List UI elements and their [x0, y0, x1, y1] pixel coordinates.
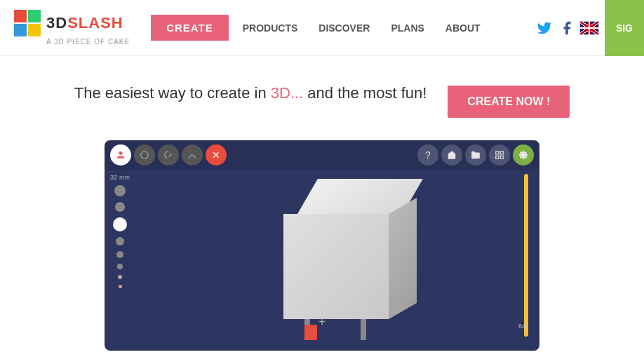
logo-icon[interactable]: 3DSLASH [14, 10, 130, 36]
app-toolbar-top: ✕ [105, 140, 539, 170]
vertical-slider[interactable] [524, 174, 528, 337]
cube-front-face [283, 214, 389, 319]
logo-text: 3DSLASH [46, 14, 123, 32]
size-panel: 32 mm [110, 174, 130, 290]
create-now-button[interactable]: CREATE NOW ! [448, 86, 570, 118]
svg-point-0 [119, 151, 122, 155]
logo-grid-green [28, 10, 41, 22]
nav-products[interactable]: PRODUCTS [236, 19, 305, 37]
cube-stand-right [361, 319, 366, 340]
tool-person-button[interactable] [110, 144, 131, 166]
nav-discover[interactable]: DISCOVER [311, 19, 377, 37]
logo-area: 3DSLASH A 3D PIECE OF CAKE [14, 10, 130, 46]
logo-grid-yellow [28, 24, 41, 36]
tool-arc-button[interactable] [182, 144, 203, 166]
tool-circle-button[interactable] [134, 144, 155, 166]
signin-button[interactable]: SIG [605, 0, 644, 56]
svg-point-1 [141, 151, 149, 159]
red-marker [304, 325, 317, 340]
tool-close-button[interactable]: ✕ [206, 144, 227, 166]
size-dot-quarter[interactable] [118, 275, 122, 279]
hero-headline: The easiest way to create in 3D... and t… [74, 84, 427, 102]
nav-about[interactable]: ABOUT [438, 19, 488, 37]
size-dot-16[interactable] [114, 185, 126, 196]
hero-row: The easiest way to create in 3D... and t… [74, 84, 570, 119]
cube-area [161, 175, 518, 337]
logo-slash: SLASH [67, 14, 123, 32]
slider-label: 64 [518, 323, 525, 330]
tool-swirl-button[interactable] [158, 144, 179, 166]
size-label-32: 32 mm [110, 174, 130, 181]
create-nav-button[interactable]: CREATE [151, 15, 229, 41]
header-right: SIG [535, 0, 644, 56]
logo-grid-blue [14, 24, 27, 36]
app-preview: ✕ ? 32 mm [105, 140, 539, 351]
size-dot-8[interactable] [115, 202, 125, 212]
logo-3d: 3D [46, 14, 67, 32]
3d-cube [262, 179, 417, 333]
nav-plans[interactable]: PLANS [384, 19, 431, 37]
logo-grid [14, 10, 41, 36]
hero-section: The easiest way to create in 3D... and t… [0, 56, 644, 364]
size-dot-4[interactable] [113, 217, 127, 231]
size-dot-eighth[interactable] [119, 285, 122, 288]
size-dot-half[interactable] [117, 264, 123, 269]
crosshair: + [318, 315, 326, 330]
logo-grid-red [14, 10, 27, 22]
twitter-icon[interactable] [535, 18, 554, 38]
hero-highlight: 3D... [271, 84, 303, 102]
facebook-icon[interactable] [557, 18, 577, 38]
size-dot-2[interactable] [116, 237, 124, 245]
size-dot-1[interactable] [116, 251, 123, 258]
header: 3DSLASH A 3D PIECE OF CAKE CREATE PRODUC… [0, 0, 644, 56]
logo-tagline: A 3D PIECE OF CAKE [46, 38, 130, 46]
main-nav: CREATE PRODUCTS DISCOVER PLANS ABOUT [151, 15, 487, 41]
cube-right-face [389, 198, 417, 319]
uk-flag-icon[interactable] [579, 21, 599, 35]
social-icons [535, 18, 605, 38]
